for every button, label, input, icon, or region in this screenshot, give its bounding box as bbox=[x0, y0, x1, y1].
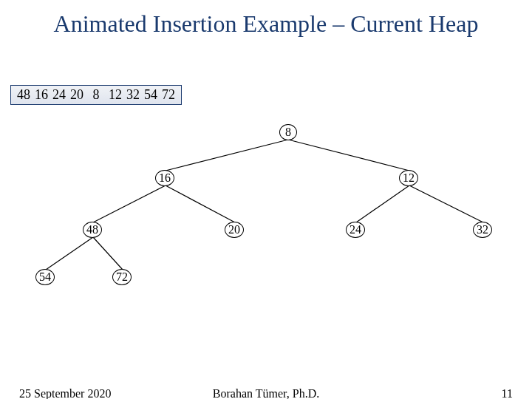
tree-node: 12 bbox=[399, 170, 418, 186]
heap-array-box: 48162420812325472 bbox=[10, 85, 182, 105]
array-cell: 20 bbox=[69, 87, 85, 103]
tree-node: 24 bbox=[346, 222, 365, 238]
tree-node: 48 bbox=[83, 222, 102, 238]
tree-edge bbox=[356, 185, 409, 222]
tree-edge bbox=[166, 140, 288, 171]
array-cell: 12 bbox=[107, 87, 123, 103]
tree-node: 8 bbox=[279, 124, 297, 140]
tree-edge bbox=[93, 185, 166, 222]
array-cell: 24 bbox=[51, 87, 67, 103]
tree-edge bbox=[46, 237, 93, 270]
array-cell: 72 bbox=[160, 87, 177, 103]
tree-node: 16 bbox=[155, 170, 174, 186]
tree-edge bbox=[93, 237, 123, 270]
tree-edges bbox=[0, 118, 532, 288]
array-cell: 48 bbox=[16, 87, 32, 103]
tree-node: 32 bbox=[473, 222, 492, 238]
array-cell: 54 bbox=[143, 87, 159, 103]
array-cell: 16 bbox=[33, 87, 50, 103]
tree-node: 54 bbox=[35, 269, 55, 285]
array-cell: 32 bbox=[125, 87, 141, 103]
footer-author: Borahan Tümer, Ph.D. bbox=[0, 387, 532, 399]
tree-node: 20 bbox=[225, 222, 244, 238]
tree-edge bbox=[166, 185, 235, 222]
array-cell: 8 bbox=[86, 87, 106, 103]
heap-tree: 81612482024325472 bbox=[0, 118, 532, 288]
tree-edge bbox=[409, 185, 483, 222]
page-title: Animated Insertion Example – Current Hea… bbox=[0, 0, 532, 38]
footer-page-number: 11 bbox=[502, 387, 513, 399]
tree-edge bbox=[288, 140, 409, 171]
tree-node: 72 bbox=[112, 269, 132, 285]
